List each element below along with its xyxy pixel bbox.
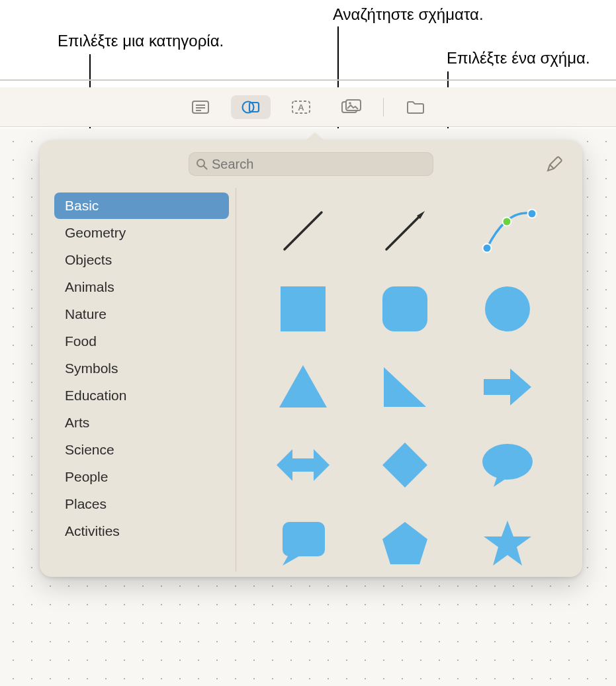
svg-marker-31 [283, 554, 301, 566]
shape-arrow-right[interactable] [474, 354, 541, 420]
textbox-icon: A [291, 100, 311, 114]
svg-marker-23 [279, 365, 327, 407]
svg-marker-25 [484, 368, 531, 406]
pen-icon [545, 156, 562, 173]
shape-circle[interactable] [474, 276, 541, 342]
svg-text:A: A [298, 103, 304, 112]
svg-point-19 [502, 218, 511, 226]
category-people[interactable]: People [54, 464, 229, 490]
textbox-tool-button[interactable]: A [281, 95, 321, 119]
callout-select-shape: Επιλέξτε ένα σχήμα. [447, 48, 590, 69]
svg-point-18 [527, 210, 536, 218]
toolbar: A [0, 87, 616, 127]
svg-marker-26 [277, 449, 330, 481]
category-food[interactable]: Food [54, 328, 229, 355]
toolbar-separator [383, 98, 384, 116]
shape-triangle[interactable] [270, 354, 336, 420]
callout-search-shapes: Αναζήτηστε σχήματα. [333, 4, 484, 25]
folder-icon [406, 100, 425, 114]
category-activities[interactable]: Activities [54, 518, 229, 544]
search-input[interactable] [212, 157, 426, 172]
shape-line[interactable] [270, 198, 336, 264]
shape-rounded-square[interactable] [372, 276, 438, 342]
category-education[interactable]: Education [54, 382, 229, 409]
shape-square[interactable] [270, 276, 336, 342]
svg-point-17 [482, 244, 491, 253]
list-icon [192, 101, 209, 114]
category-sidebar: Basic Geometry Objects Animals Nature Fo… [48, 188, 236, 572]
search-icon [196, 158, 208, 170]
category-objects[interactable]: Objects [54, 247, 229, 273]
svg-rect-21 [382, 286, 427, 331]
shape-callout-box[interactable] [270, 510, 336, 572]
shape-arrow-leftright[interactable] [270, 432, 336, 498]
shapes-tool-button[interactable] [231, 95, 271, 119]
svg-line-13 [550, 165, 554, 169]
folder-tool-button[interactable] [396, 95, 435, 119]
svg-rect-30 [283, 522, 325, 556]
category-basic[interactable]: Basic [54, 193, 229, 219]
shapes-pane[interactable] [236, 188, 574, 572]
callout-select-category: Επιλέξτε μια κατηγορία. [58, 30, 224, 52]
svg-marker-32 [382, 522, 427, 564]
category-geometry[interactable]: Geometry [54, 220, 229, 246]
shape-arrow-line[interactable] [372, 198, 438, 264]
category-nature[interactable]: Nature [54, 301, 229, 327]
svg-rect-9 [346, 100, 361, 110]
search-row [40, 150, 582, 179]
svg-line-15 [386, 216, 419, 249]
category-symbols[interactable]: Symbols [54, 355, 229, 382]
list-tool-button[interactable] [181, 95, 220, 119]
svg-rect-20 [281, 286, 326, 331]
svg-marker-27 [382, 443, 427, 488]
svg-point-28 [482, 444, 533, 480]
popover-body: Basic Geometry Objects Animals Nature Fo… [48, 188, 574, 572]
media-tool-button[interactable] [331, 95, 371, 119]
search-box[interactable] [189, 152, 433, 176]
category-arts[interactable]: Arts [54, 409, 229, 436]
svg-marker-24 [384, 367, 426, 407]
svg-point-10 [349, 102, 351, 105]
shape-diamond[interactable] [372, 432, 438, 498]
shapes-popover: Basic Geometry Objects Animals Nature Fo… [40, 140, 582, 577]
category-places[interactable]: Places [54, 491, 229, 517]
media-icon [341, 99, 362, 115]
shape-speech-bubble[interactable] [474, 432, 541, 498]
category-science[interactable]: Science [54, 437, 229, 463]
shape-right-triangle[interactable] [372, 354, 438, 420]
draw-shape-button[interactable] [543, 153, 565, 176]
svg-point-22 [485, 286, 530, 331]
shape-star[interactable] [474, 510, 541, 572]
shape-grid [252, 194, 558, 572]
svg-line-12 [204, 166, 207, 169]
category-animals[interactable]: Animals [54, 274, 229, 300]
shape-curve-editable[interactable] [474, 198, 541, 264]
shape-pentagon[interactable] [372, 510, 438, 572]
shapes-icon [241, 99, 261, 116]
svg-line-14 [285, 212, 322, 249]
window-divider [0, 79, 616, 81]
svg-marker-33 [484, 521, 531, 566]
